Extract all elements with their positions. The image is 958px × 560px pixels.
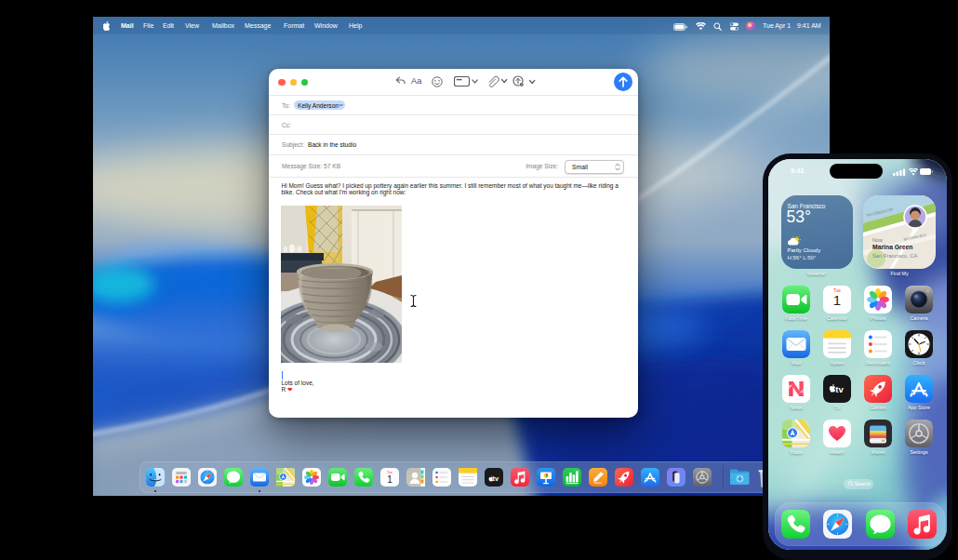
svg-text:tv: tv bbox=[835, 384, 844, 394]
svg-text:1: 1 bbox=[387, 474, 393, 485]
svg-text:tv: tv bbox=[492, 474, 499, 483]
